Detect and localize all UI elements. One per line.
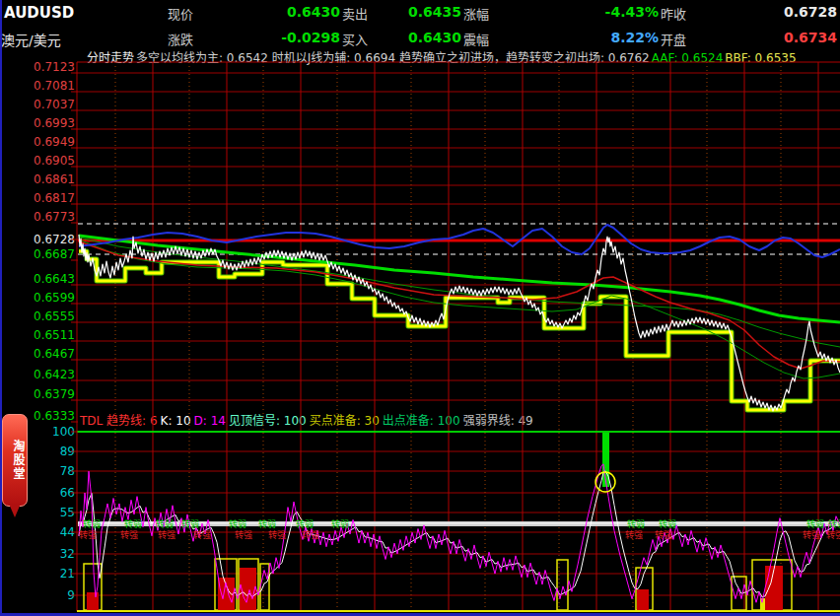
turn-weak-label: 转弱 [828, 518, 840, 529]
turn-strong-label: 转强 [79, 529, 97, 540]
turn-strong-label: 转强 [158, 529, 175, 540]
y-axis-label: 0.6511 [34, 328, 75, 342]
turn-weak-label: 转弱 [331, 518, 349, 529]
y-axis-label: 0.6599 [34, 291, 75, 305]
turn-weak-label: 转弱 [258, 518, 276, 529]
turn-weak-label: 转弱 [296, 518, 314, 529]
y-axis-label: 0.6555 [34, 309, 75, 323]
turn-weak-label: 转弱 [627, 518, 645, 529]
turn-strong-label: 转强 [120, 529, 138, 540]
y-axis-label: 0.6773 [34, 210, 75, 224]
trading-terminal-window: { "quote_bar": { "symbol_code": "AUDUSD"… [0, 0, 840, 616]
y-axis-label: 0.6949 [34, 135, 75, 149]
turn-strong-label: 转强 [826, 529, 840, 540]
y-axis-label: 0.6687 [34, 247, 75, 261]
y-axis-label: 0.6643 [34, 272, 75, 286]
side-tab-taogutang[interactable]: 淘股堂 [2, 414, 28, 507]
turn-strong-label: 转强 [655, 529, 672, 540]
turn-strong-label: 转强 [302, 529, 319, 540]
window-left-border [0, 0, 2, 616]
y-axis-label: 0.7037 [34, 98, 75, 111]
turn-weak-label: 转弱 [229, 518, 246, 529]
y-axis-label: 0.7081 [34, 79, 75, 93]
turn-strong-label: 转强 [235, 529, 252, 540]
y-axis-label: 0.7123 [34, 60, 75, 74]
turn-weak-label: 转弱 [659, 518, 676, 529]
y-axis-label: 0.6817 [34, 191, 75, 205]
y-axis-label-prevclose: 0.6728 [34, 233, 75, 246]
y-axis-label: 0.6333 [34, 409, 75, 423]
ma-slow [79, 236, 840, 322]
turn-weak-label: 转弱 [156, 518, 174, 529]
y-axis-label: 0.6379 [34, 387, 75, 401]
red-histogram [765, 566, 783, 610]
turn-strong-label: 转强 [625, 529, 643, 540]
y-axis-label: 0.6993 [34, 116, 75, 130]
y-axis-label: 0.6861 [34, 172, 75, 186]
red-histogram [637, 589, 649, 610]
y-axis-label: 0.6905 [34, 154, 75, 168]
turn-weak-label: 转弱 [124, 518, 142, 529]
y-axis-label: 0.6467 [34, 347, 75, 361]
turn-weak-label: 转弱 [83, 518, 101, 529]
turn-strong-label: 转强 [193, 529, 211, 540]
chart-canvas[interactable]: 转弱转弱转弱转弱转弱转弱转弱转弱转弱转弱转弱转弱转强转强转强转强转强转强转强转强… [0, 0, 840, 616]
red-histogram [87, 592, 99, 610]
turn-weak-label: 转弱 [181, 518, 199, 529]
turn-strong-label: 转强 [803, 529, 820, 540]
turn-weak-label: 转弱 [806, 518, 824, 529]
turn-strong-label: 转强 [268, 529, 286, 540]
y-axis-label: 0.6423 [34, 368, 75, 381]
